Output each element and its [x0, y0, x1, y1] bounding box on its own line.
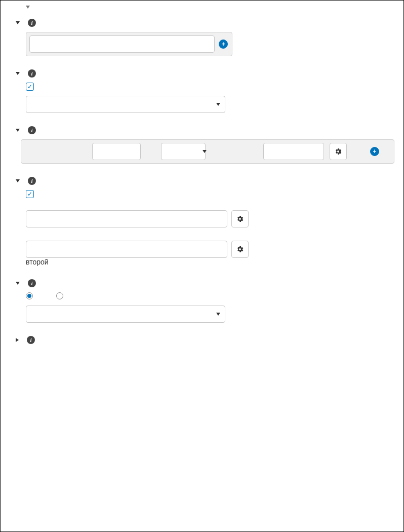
- info-icon[interactable]: i: [28, 279, 36, 287]
- cancel-label: [26, 234, 394, 239]
- fulfillment-radio-return[interactable]: [56, 292, 63, 299]
- info-icon[interactable]: i: [28, 19, 36, 27]
- lambda-codehook-checkbox[interactable]: ✓: [26, 83, 34, 91]
- fulfillment-radio-lambda[interactable]: [26, 292, 33, 299]
- intent-version-dropdown[interactable]: [25, 6, 30, 9]
- utterance-add-row: +: [26, 32, 232, 56]
- gear-icon: [334, 147, 342, 156]
- confirmation-checkbox[interactable]: ✓: [26, 190, 34, 198]
- confirm-input[interactable]: [26, 210, 227, 227]
- caret-down-icon: [16, 21, 20, 24]
- section-toggle-confirmation[interactable]: i: [16, 173, 394, 190]
- caret-down-icon: [16, 129, 20, 132]
- slot-prompt-input[interactable]: [263, 143, 324, 160]
- utterance-add-button[interactable]: +: [218, 39, 229, 50]
- section-sample-utterances: i +: [10, 15, 394, 61]
- section-confirmation: i ✓ второй: [10, 173, 394, 271]
- slot-name-input[interactable]: [92, 143, 141, 160]
- section-toggle-slots[interactable]: i: [16, 122, 394, 139]
- slot-add-button[interactable]: +: [369, 146, 380, 157]
- caret-down-icon: [16, 72, 20, 75]
- cancel-settings[interactable]: [231, 241, 249, 258]
- section-toggle-fulfillment[interactable]: i: [16, 275, 394, 292]
- slot-prompt-settings[interactable]: [330, 143, 347, 160]
- caret-down-icon: [16, 282, 20, 285]
- fulfillment-function-select[interactable]: [26, 306, 225, 323]
- info-icon[interactable]: i: [27, 336, 35, 344]
- section-fulfillment: i: [10, 275, 394, 328]
- info-icon[interactable]: i: [28, 177, 36, 185]
- section-toggle-response[interactable]: i: [16, 332, 394, 349]
- utterance-add-input[interactable]: [29, 35, 215, 53]
- slot-type-select[interactable]: [161, 143, 206, 160]
- caret-right-icon: [16, 338, 19, 342]
- intent-editor-page: i + i ✓: [0, 0, 404, 532]
- info-icon[interactable]: i: [28, 69, 36, 78]
- intent-header: [10, 5, 394, 15]
- cancel-input[interactable]: [26, 241, 227, 258]
- confirm-label: [26, 203, 394, 208]
- plus-icon: +: [219, 40, 228, 49]
- section-lambda-init: i ✓: [10, 65, 394, 118]
- caret-down-icon: [16, 179, 20, 182]
- section-toggle-utterances[interactable]: i: [16, 15, 394, 32]
- section-toggle-lambda[interactable]: i: [16, 65, 394, 83]
- section-response: i: [10, 332, 394, 354]
- confirm-settings[interactable]: [231, 210, 249, 227]
- gear-icon: [236, 245, 244, 253]
- lambda-function-select[interactable]: [26, 96, 225, 113]
- info-icon[interactable]: i: [28, 126, 36, 134]
- section-slots: i: [10, 122, 394, 169]
- chevron-down-icon: [26, 6, 30, 9]
- gear-icon: [236, 215, 244, 223]
- slot-add-row: +: [21, 139, 394, 164]
- plus-icon: +: [370, 147, 379, 156]
